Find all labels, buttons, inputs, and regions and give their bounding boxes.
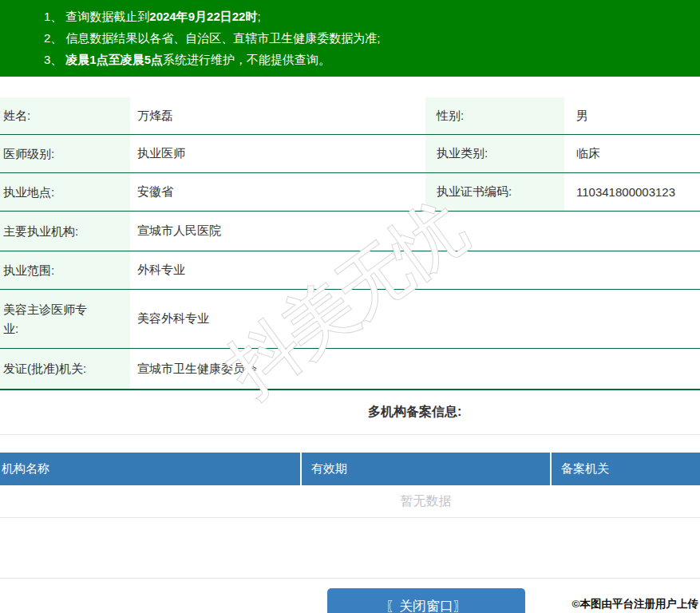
close-window-button[interactable]: 〖关闭窗口〗 — [327, 588, 525, 613]
upload-credit: ©本图由平台注册用户上传 — [572, 597, 698, 611]
certificate-number-value: 110341800003123 — [564, 173, 700, 211]
cosmetic-specialty-label: 美容主诊医师专业: — [0, 290, 130, 348]
notice-text: 信息数据结果以各省、自治区、直辖市卫生健康委数据为准; — [65, 31, 380, 45]
notice-text-bold: 2024年9月22日22时 — [149, 10, 257, 23]
table-row: 发证(批准)机关: 宣城市卫生健康委员会 — [0, 349, 700, 390]
table-row: 主要执业机构: 宣城市人民医院 — [0, 212, 700, 251]
issuing-authority-label: 发证(批准)机关: — [0, 349, 130, 389]
practice-location-value: 安徽省 — [130, 173, 425, 211]
practice-type-value: 临床 — [564, 135, 700, 172]
gender-value: 男 — [564, 97, 700, 134]
practice-type-label: 执业类别: — [425, 135, 564, 172]
gender-label: 性别: — [425, 97, 564, 134]
notice-text-bold: 凌晨1点至凌晨5点 — [65, 53, 163, 66]
notice-text: 查询数据截止到 — [65, 10, 149, 23]
name-label: 姓名: — [0, 97, 130, 134]
notice-number: 2、 — [44, 31, 62, 45]
notice-line-1: 1、查询数据截止到2024年9月22日22时; — [44, 6, 692, 27]
doctor-level-label: 医师级别: — [0, 135, 130, 172]
records-table-header: 机构名称 有效期 备案机关 — [0, 453, 700, 485]
table-row: 执业地点: 安徽省 执业证书编码: 110341800003123 — [0, 173, 700, 212]
table-row: 美容主诊医师专业: 美容外科专业 — [0, 290, 700, 349]
col-filing-authority: 备案机关 — [552, 453, 700, 485]
divider — [0, 434, 700, 435]
doctor-info-table: 姓名: 万烽磊 性别: 男 医师级别: 执业医师 执业类别: 临床 执业地点: … — [0, 97, 700, 390]
certificate-number-label: 执业证书编码: — [425, 173, 564, 211]
practice-scope-label: 执业范围: — [0, 251, 130, 289]
notice-line-2: 2、信息数据结果以各省、自治区、直辖市卫生健康委数据为准; — [44, 27, 692, 49]
col-institution-name: 机构名称 — [0, 453, 300, 485]
practice-scope-value: 外科专业 — [130, 251, 700, 289]
query-result-page: 1、查询数据截止到2024年9月22日22时; 2、信息数据结果以各省、自治区、… — [0, 0, 700, 613]
table-row: 执业范围: 外科专业 — [0, 251, 700, 290]
multi-institution-section-title: 多机构备案信息: — [368, 404, 461, 421]
cosmetic-specialty-value: 美容外科专业 — [130, 290, 700, 348]
practice-location-label: 执业地点: — [0, 173, 130, 211]
doctor-level-value: 执业医师 — [130, 135, 425, 172]
notice-text: ; — [257, 10, 260, 23]
notice-number: 3、 — [44, 53, 62, 66]
notice-number: 1、 — [44, 10, 62, 23]
col-validity-period: 有效期 — [302, 453, 550, 485]
notice-banner: 1、查询数据截止到2024年9月22日22时; 2、信息数据结果以各省、自治区、… — [0, 0, 700, 77]
primary-institution-label: 主要执业机构: — [0, 212, 130, 251]
notice-line-3: 3、凌晨1点至凌晨5点系统进行维护，不能提供查询。 — [44, 49, 692, 70]
issuing-authority-value: 宣城市卫生健康委员会 — [130, 349, 700, 389]
primary-institution-value: 宣城市人民医院 — [130, 212, 700, 251]
notice-text: 系统进行维护，不能提供查询。 — [163, 53, 330, 66]
divider — [0, 517, 700, 518]
empty-data-text: 暂无数据 — [0, 485, 700, 517]
divider — [0, 578, 700, 579]
table-row: 姓名: 万烽磊 性别: 男 — [0, 97, 700, 135]
name-value: 万烽磊 — [130, 97, 425, 134]
table-row: 医师级别: 执业医师 执业类别: 临床 — [0, 135, 700, 173]
